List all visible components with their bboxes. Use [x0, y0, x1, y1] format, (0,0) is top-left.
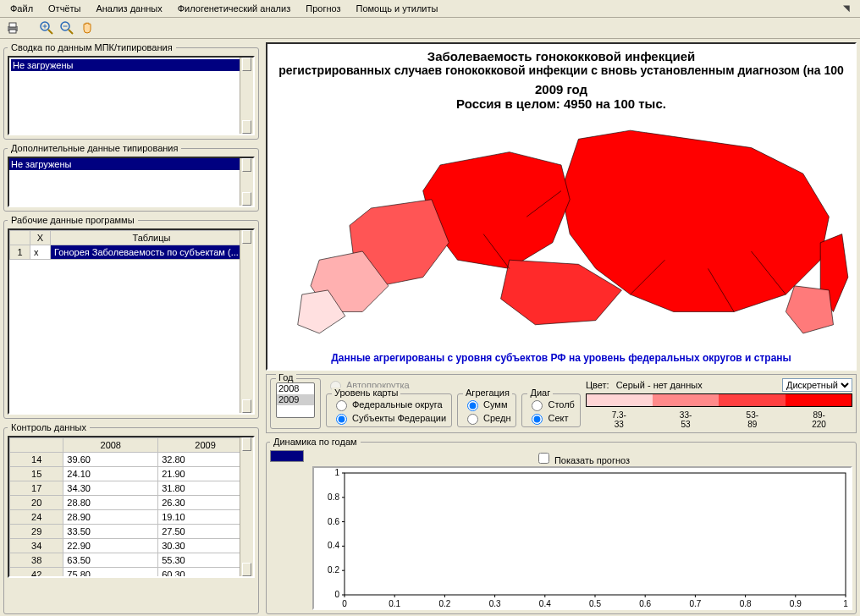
svg-text:1: 1	[843, 599, 848, 608]
table-row[interactable]: 4275.8060.30	[10, 568, 253, 579]
svg-rect-10	[345, 473, 846, 595]
year-listbox[interactable]: 20082009	[276, 382, 315, 418]
zoom-out-icon[interactable]	[59, 20, 74, 36]
panel-control: Контроль данных 200820091439.6032.801524…	[3, 422, 259, 614]
svg-text:0.8: 0.8	[328, 492, 339, 502]
svg-line-4	[48, 30, 52, 34]
table-row[interactable]: 2028.8026.30	[10, 496, 253, 510]
svg-text:0.6: 0.6	[328, 517, 339, 526]
scrollbar[interactable]	[240, 230, 253, 413]
map-year: 2009 год	[535, 82, 587, 96]
col-x[interactable]: X	[30, 231, 51, 245]
scrollbar[interactable]	[240, 158, 253, 206]
svg-text:0: 0	[342, 599, 347, 608]
table-row[interactable]: 3863.5055.30	[10, 553, 253, 568]
russia-map[interactable]	[267, 111, 855, 349]
menu-overflow-icon[interactable]: ◥	[836, 2, 857, 15]
table-row[interactable]: 3422.9030.30	[10, 539, 253, 553]
scrollbar[interactable]	[240, 437, 253, 576]
map-panel: Заболеваемость гонококковой инфекцией ре…	[266, 42, 857, 371]
menubar: Файл Отчёты Анализ данных Филогенетическ…	[0, 0, 860, 18]
legend-labels: 7.3-3333-5353-8989-220	[586, 410, 852, 429]
svg-text:0.7: 0.7	[689, 599, 701, 608]
table-row[interactable]: 1524.1021.90	[10, 467, 253, 481]
panel-typing-title: Дополнительные данные типирования	[8, 143, 181, 153]
menu-analysis[interactable]: Анализ данных	[89, 2, 168, 15]
agg-sum[interactable]: Сумм	[463, 398, 510, 411]
col-tables[interactable]: Таблицы	[51, 231, 253, 245]
maplevel-fed[interactable]: Федеральные округа	[332, 398, 446, 411]
mpk-listbox[interactable]: Не загружены	[8, 56, 255, 135]
diag-bar[interactable]: Столб	[527, 398, 574, 411]
menu-file[interactable]: Файл	[3, 2, 40, 15]
dynamics-chart[interactable]: 00.20.40.60.8100.10.20.30.40.50.60.70.80…	[312, 466, 852, 610]
agg-label: Агрегация	[463, 388, 512, 398]
table-row[interactable]: 2933.5027.50	[10, 525, 253, 539]
menu-forecast[interactable]: Прогноз	[299, 2, 347, 15]
color-legend	[586, 393, 852, 407]
svg-text:0: 0	[334, 590, 339, 599]
diag-pie[interactable]: Сект	[527, 411, 574, 425]
map-total: Россия в целом: 4950 на 100 тыс.	[456, 96, 666, 111]
panel-typing: Дополнительные данные типирования Не заг…	[3, 143, 259, 212]
svg-text:0.1: 0.1	[389, 599, 400, 608]
toolbar	[0, 18, 860, 39]
maplevel-label: Уровень карты	[332, 388, 400, 398]
scrollbar[interactable]	[240, 58, 253, 134]
svg-text:0.4: 0.4	[539, 599, 551, 608]
pan-hand-icon[interactable]	[80, 20, 95, 36]
color-label: Цвет:	[586, 380, 609, 390]
panel-mpk-title: Сводка по данным МПК/типирования	[8, 42, 176, 52]
typing-listbox[interactable]: Не загружены	[8, 157, 255, 207]
dynamics-title: Динамика по годам	[270, 437, 361, 447]
control-grid[interactable]: 200820091439.6032.801524.1021.901734.303…	[8, 436, 255, 578]
menu-phylo[interactable]: Филогенетический анализ	[171, 2, 298, 15]
panel-mpk: Сводка по данным МПК/типирования Не загр…	[3, 42, 259, 140]
series-legend-item[interactable]	[270, 450, 304, 462]
svg-text:0.4: 0.4	[328, 541, 339, 550]
print-icon[interactable]	[5, 20, 20, 36]
panel-workdata-title: Рабочие данные программы	[8, 215, 138, 225]
table-row[interactable]: 1439.6032.80	[10, 453, 253, 467]
forecast-checkbox[interactable]: Показать прогноз	[535, 450, 630, 466]
svg-text:0.9: 0.9	[790, 599, 802, 608]
zoom-in-icon[interactable]	[39, 20, 54, 36]
menu-help[interactable]: Помощь и утилиты	[350, 2, 445, 15]
year-label: Год	[276, 372, 296, 382]
typing-item[interactable]: Не загружены	[9, 158, 253, 170]
svg-rect-2	[9, 30, 16, 33]
menu-reports[interactable]: Отчёты	[41, 2, 87, 15]
workdata-grid[interactable]: X Таблицы 1 x Гонорея Заболеваемость по …	[8, 228, 255, 415]
svg-text:0.6: 0.6	[639, 599, 651, 608]
svg-text:0.2: 0.2	[438, 599, 450, 608]
color-mode-select[interactable]: Дискретный	[782, 378, 852, 392]
diag-label: Диаг	[527, 388, 553, 398]
map-title: Заболеваемость гонококковой инфекцией	[427, 49, 695, 63]
svg-rect-1	[9, 23, 16, 27]
svg-text:0.5: 0.5	[589, 599, 601, 608]
svg-line-8	[69, 30, 73, 34]
panel-control-title: Контроль данных	[8, 422, 90, 432]
svg-text:0.2: 0.2	[328, 565, 339, 575]
map-note: Данные агрегированы с уровня субъектов Р…	[331, 352, 791, 364]
col-blank[interactable]	[10, 231, 30, 245]
panel-dynamics: Динамика по годам Показать прогноз 00.20…	[266, 437, 857, 614]
svg-text:1: 1	[334, 468, 339, 477]
agg-avg[interactable]: Средн	[463, 411, 510, 425]
color-note: Серый - нет данных	[616, 380, 775, 390]
table-row[interactable]: 1 x Гонорея Заболеваемость по субъектам …	[10, 245, 253, 260]
map-subtitle: регистрированных случаев гонококковой ин…	[278, 63, 844, 77]
map-controls: Год 20082009 Автопрокрутка Уровень карты…	[266, 374, 857, 433]
table-row[interactable]: 2428.9019.10	[10, 510, 253, 525]
svg-text:0.8: 0.8	[740, 599, 752, 608]
mpk-item[interactable]: Не загружены	[11, 59, 251, 71]
panel-workdata: Рабочие данные программы X Таблицы 1 x Г…	[3, 215, 259, 419]
table-row[interactable]: 1734.3031.80	[10, 481, 253, 496]
maplevel-subj[interactable]: Субъекты Федерации	[332, 411, 446, 425]
svg-text:0.3: 0.3	[489, 599, 501, 608]
